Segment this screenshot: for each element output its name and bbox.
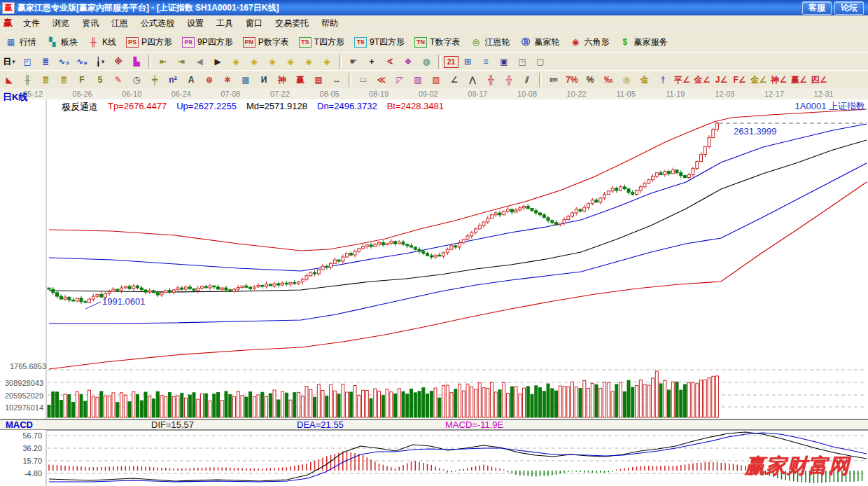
f-grid-tool[interactable]: F (73, 72, 91, 88)
ying-angle-tool[interactable]: 赢∠ (789, 72, 809, 88)
last-page-button[interactable]: ⇥ (172, 54, 190, 69)
kline-chart-svg[interactable] (0, 99, 868, 419)
menu-item-9[interactable]: 帮助 (315, 15, 344, 31)
kline-button[interactable]: ╫K线 (83, 34, 121, 50)
slant-lines-tool[interactable]: ⫽ (518, 72, 536, 88)
next-bar-button[interactable]: ▶ (209, 54, 227, 69)
hand-tool[interactable]: ☛ (344, 54, 363, 69)
candle-style-dropdown[interactable]: ╽▾ (91, 54, 109, 69)
seven-percent-tool[interactable]: 7% (563, 72, 581, 88)
winner-wheel-button[interactable]: Ⓑ赢家轮 (514, 34, 564, 50)
gold-line-tool[interactable]: 金 (636, 72, 654, 88)
main-chart-pane[interactable]: 日K线 极反通道 Tp=2676.4477 Up=2627.2255 Md=25… (0, 99, 868, 419)
gann-wheel-button[interactable]: ◎江恩轮 (465, 34, 514, 50)
pattern-red-icon[interactable]: ※ (109, 54, 127, 69)
angle-line-tool[interactable]: ∠ (445, 72, 463, 88)
five-spiral-tool[interactable]: 5 (91, 72, 109, 88)
pen-tool[interactable]: ✎ (109, 72, 127, 88)
zoom-right-diamond[interactable]: ◈ (245, 54, 263, 69)
wave-9-icon[interactable]: ∿₉ (73, 54, 91, 69)
dense-grid-tool[interactable]: ▦ (309, 72, 328, 88)
forum-button[interactable]: 论坛 (834, 1, 864, 15)
n-quote-tool[interactable]: И (255, 72, 273, 88)
red-grid-tool[interactable]: ╬ (482, 72, 500, 88)
quote-list-icon[interactable]: ≣ (36, 54, 55, 69)
wave-3-icon[interactable]: ∿₃ (55, 54, 73, 69)
ping-angle-tool[interactable]: 平∠ (672, 72, 692, 88)
j-angle-tool[interactable]: J∠ (713, 72, 731, 88)
gold-circle-tool[interactable]: ◎ (617, 72, 636, 88)
gold-gate-tool[interactable]: ≣ (36, 72, 55, 88)
width-arrow-tool[interactable]: ↔ (328, 72, 346, 88)
box-tool[interactable]: ▭ (354, 72, 372, 88)
hexagon-button[interactable]: ◉六角形 (564, 34, 614, 50)
clock-cycle-tool[interactable]: ◷ (127, 72, 146, 88)
compress-all-diamond[interactable]: ◈ (318, 54, 336, 69)
winner-service-button[interactable]: $赢家服务 (614, 34, 672, 50)
maze-tool[interactable]: ◍ (417, 54, 435, 69)
t9-square-button[interactable]: T99T四方形 (349, 34, 410, 50)
percent-tool[interactable]: % (581, 72, 599, 88)
compress-h-diamond[interactable]: ◈ (281, 54, 300, 69)
angle-measure-tool[interactable]: ∢ (381, 54, 399, 69)
si-angle-tool[interactable]: 四∠ (809, 72, 830, 88)
a-line-tool[interactable]: A (182, 72, 200, 88)
sectors-button[interactable]: ▚板块 (41, 34, 83, 50)
menu-item-7[interactable]: 窗口 (239, 15, 269, 31)
knife-tool[interactable]: ◣ (0, 72, 18, 88)
calendar-icon[interactable]: 21 (444, 56, 458, 68)
permille-tool[interactable]: ‰ (599, 72, 617, 88)
time-comb-tool[interactable]: ╫ (18, 72, 36, 88)
star-web-tool[interactable]: ✱ (218, 72, 237, 88)
gold-gate2-tool[interactable]: ≣ (55, 72, 73, 88)
kline-period-dropdown[interactable]: 日▾ (0, 54, 18, 69)
prev-bar-button[interactable]: ◀ (190, 54, 209, 69)
fan-box-tool[interactable]: ▨ (409, 72, 427, 88)
crosshair-tool[interactable]: + (363, 54, 381, 69)
macd-chart-pane[interactable]: 56.7036.2015.70-4.80 赢家财富网 (0, 430, 868, 486)
f-angle-tool[interactable]: F∠ (731, 72, 749, 88)
red-grid2-tool[interactable]: ╬ (500, 72, 518, 88)
p9-square-button[interactable]: P99P四方形 (177, 34, 238, 50)
macd-chart-svg[interactable] (0, 430, 868, 486)
zoom-left-diamond[interactable]: ◈ (227, 54, 245, 69)
sword-tool[interactable]: † (654, 72, 672, 88)
t-number-button[interactable]: TNT数字表 (410, 34, 465, 50)
notes-icon[interactable]: ≡ (477, 54, 495, 69)
p-square-button[interactable]: PSP四方形 (121, 34, 177, 50)
menu-item-4[interactable]: 公式选股 (134, 15, 181, 31)
menu-item-1[interactable]: 浏览 (46, 15, 76, 31)
menu-item-6[interactable]: 工具 (210, 15, 239, 31)
web-grid-tool[interactable]: ▩ (237, 72, 255, 88)
gold-angle-tool[interactable]: 金∠ (692, 72, 713, 88)
macd-indicator-name[interactable]: MACD (0, 419, 151, 430)
menu-item-8[interactable]: 交易委托 (269, 15, 315, 31)
price-list-tool[interactable]: ≔ (545, 72, 563, 88)
p-number-button[interactable]: PNP数字表 (238, 34, 294, 50)
chart-pattern-icon[interactable]: ◰ (18, 54, 36, 69)
customer-service-button[interactable]: 客服 (802, 1, 832, 15)
calculator-icon[interactable]: ⊞ (458, 54, 477, 69)
menu-item-0[interactable]: 文件 (17, 15, 46, 31)
menu-item-2[interactable]: 资讯 (76, 15, 105, 31)
first-page-button[interactable]: ⇤ (154, 54, 172, 69)
comb2-tool[interactable]: ╪ (146, 72, 164, 88)
shen-tool[interactable]: 神 (273, 72, 291, 88)
compass-tool[interactable]: ⊕ (200, 72, 218, 88)
v-wave-tool[interactable]: ⋀ (463, 72, 482, 88)
ying-tool[interactable]: 赢 (291, 72, 309, 88)
menu-item-5[interactable]: 设置 (181, 15, 210, 31)
mail-globe-icon[interactable]: ◳ (513, 54, 531, 69)
ray-box-tool[interactable]: ▧ (427, 72, 445, 88)
shen-angle-tool[interactable]: 神∠ (769, 72, 789, 88)
flower-tool[interactable]: ❖ (399, 54, 417, 69)
menu-item-3[interactable]: 江恩 (105, 15, 134, 31)
expand-h-diamond[interactable]: ◈ (263, 54, 281, 69)
quotes-button[interactable]: ▦行情 (0, 34, 41, 50)
t-square-button[interactable]: TST四方形 (294, 34, 349, 50)
remote-computer-icon[interactable]: ▢ (531, 54, 550, 69)
save-icon[interactable]: ▣ (495, 54, 513, 69)
gann-fan-tool[interactable]: ≪ (372, 72, 391, 88)
color-histogram-icon[interactable]: ▙ (127, 54, 146, 69)
gold2-angle-tool[interactable]: 金∠ (749, 72, 769, 88)
